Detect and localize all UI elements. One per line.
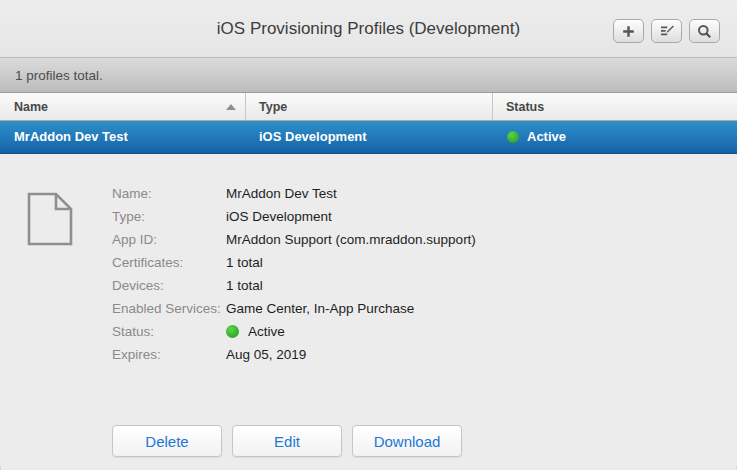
column-header-status[interactable]: Status (506, 93, 544, 121)
field-row-expires: Expires: Aug 05, 2019 (112, 343, 476, 366)
field-label: Status: (112, 324, 226, 339)
row-name-cell: MrAddon Dev Test (14, 121, 128, 153)
plus-icon (621, 24, 636, 39)
titlebar: iOS Provisioning Profiles (Development) (0, 0, 737, 58)
field-label: Enabled Services: (112, 301, 226, 316)
field-label: App ID: (112, 232, 226, 247)
field-value: Game Center, In-App Purchase (226, 301, 414, 316)
status-active-dot (226, 325, 239, 338)
profile-detail-pane: Name: MrAddon Dev Test Type: iOS Develop… (0, 154, 737, 466)
document-icon (27, 192, 73, 250)
field-value: MrAddon Support (com.mraddon.support) (226, 232, 476, 247)
row-type-cell: iOS Development (259, 121, 367, 153)
search-button[interactable] (689, 19, 720, 43)
status-value-label: Active (248, 324, 285, 339)
field-row-app-id: App ID: MrAddon Support (com.mraddon.sup… (112, 228, 476, 251)
field-value: 1 total (226, 278, 263, 293)
field-label: Certificates: (112, 255, 226, 270)
field-value: Aug 05, 2019 (226, 347, 306, 362)
profiles-count-bar: 1 profiles total. (0, 58, 737, 93)
add-profile-button[interactable] (613, 19, 644, 43)
delete-button[interactable]: Delete (112, 425, 222, 457)
field-value: iOS Development (226, 209, 332, 224)
field-row-name: Name: MrAddon Dev Test (112, 182, 476, 205)
search-icon (697, 24, 712, 39)
field-label: Expires: (112, 347, 226, 362)
status-active-dot (507, 131, 519, 143)
compose-icon (659, 24, 675, 38)
field-label: Devices: (112, 278, 226, 293)
field-row-devices: Devices: 1 total (112, 274, 476, 297)
toolbar (613, 19, 720, 43)
field-row-type: Type: iOS Development (112, 205, 476, 228)
edit-profiles-button[interactable] (651, 19, 682, 43)
sort-ascending-icon (226, 104, 236, 110)
column-header-type[interactable]: Type (259, 93, 287, 121)
column-divider (245, 93, 246, 120)
field-label: Name: (112, 186, 226, 201)
edit-button[interactable]: Edit (232, 425, 342, 457)
column-header-name[interactable]: Name (14, 93, 48, 121)
profile-actions: Delete Edit Download (112, 425, 462, 457)
table-row-selected[interactable]: MrAddon Dev Test iOS Development Active (0, 121, 737, 154)
row-status-cell: Active (507, 121, 566, 153)
field-label: Type: (112, 209, 226, 224)
field-value: Active (226, 324, 285, 339)
field-value: 1 total (226, 255, 263, 270)
provisioning-profiles-window: iOS Provisioning Profiles (Development) (0, 0, 737, 470)
field-value: MrAddon Dev Test (226, 186, 337, 201)
field-row-status: Status: Active (112, 320, 476, 343)
column-divider (492, 93, 493, 120)
field-row-certificates: Certificates: 1 total (112, 251, 476, 274)
profile-fields: Name: MrAddon Dev Test Type: iOS Develop… (112, 182, 476, 366)
table-header: Name Type Status (0, 93, 737, 121)
row-status-label: Active (527, 121, 566, 153)
field-row-enabled-services: Enabled Services: Game Center, In-App Pu… (112, 297, 476, 320)
download-button[interactable]: Download (352, 425, 462, 457)
